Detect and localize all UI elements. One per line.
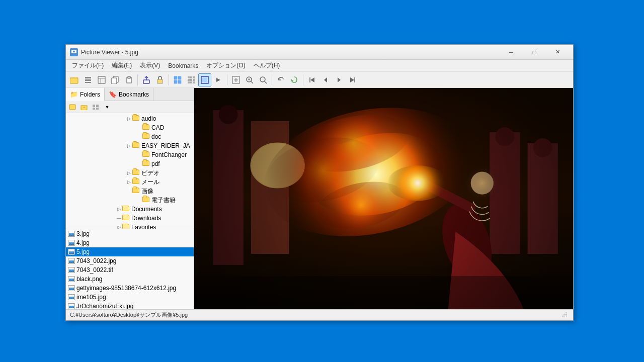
expander-images	[126, 189, 131, 194]
expander-easyrider: ▷	[126, 143, 131, 148]
tree-label-images: 画像	[141, 187, 153, 196]
tree-label-fontchanger: FontChanger	[151, 151, 187, 158]
image-display-panel	[194, 88, 573, 309]
tree-item-cad[interactable]: CAD	[66, 123, 194, 132]
svg-rect-39	[93, 108, 95, 110]
menu-options[interactable]: オプション(O)	[202, 60, 249, 71]
tree-item-favorites[interactable]: ▷ Favorites	[66, 223, 194, 229]
tree-item-easyrider[interactable]: ▷ EASY_RIDER_JA	[66, 141, 194, 150]
menu-view[interactable]: 表示(V)	[136, 60, 164, 71]
svg-rect-14	[143, 80, 149, 83]
bookmark-tab-icon: 🔖	[109, 90, 117, 98]
panel-view-btn[interactable]	[90, 102, 101, 112]
tb-fullscreen[interactable]	[198, 73, 211, 86]
file-name-5jpg: 5.jpg	[76, 248, 90, 255]
close-button[interactable]: ✕	[546, 45, 569, 60]
tree-item-images[interactable]: 画像	[66, 187, 194, 196]
tb-rotate-left[interactable]	[274, 73, 287, 86]
menu-help[interactable]: ヘルプ(H)	[250, 60, 284, 71]
file-name-blackpng: black.png	[76, 276, 102, 283]
svg-text:+: +	[83, 105, 86, 110]
tb-last[interactable]	[346, 73, 359, 86]
tb-prev[interactable]	[319, 73, 332, 86]
tb-lock[interactable]	[153, 73, 167, 86]
tb-next[interactable]	[333, 73, 346, 86]
tb-view-details[interactable]	[95, 73, 108, 86]
window-controls: ─ □ ✕	[500, 45, 569, 60]
file-item-5jpg[interactable]: 5.jpg	[66, 247, 194, 256]
window-title: Picture Viewer - 5.jpg	[81, 49, 500, 56]
file-icon-7043-tif	[68, 266, 75, 274]
file-item-3jpg[interactable]: 3.jpg	[66, 229, 194, 238]
tree-label-easyrider: EASY_RIDER_JA	[141, 142, 190, 149]
tb-open-folder[interactable]	[68, 73, 81, 86]
svg-rect-3	[70, 78, 78, 83]
tree-item-documents[interactable]: ▷ Documents	[66, 205, 194, 214]
main-window: Picture Viewer - 5.jpg ─ □ ✕ ファイル(F) 編集(…	[65, 44, 574, 321]
tree-item-pdf[interactable]: pdf	[66, 159, 194, 168]
panel-new-folder-btn[interactable]: +	[78, 102, 90, 112]
tb-paste[interactable]	[122, 73, 135, 86]
tree-label-downloads: Downloads	[131, 215, 161, 222]
tb-export[interactable]	[140, 73, 153, 86]
tree-item-mail[interactable]: ▷ メール	[66, 177, 194, 187]
tree-item-audio[interactable]: ▷ audio	[66, 114, 194, 123]
folder-icon-doc	[142, 133, 150, 140]
file-item-gettyimages[interactable]: gettyimages-985138674-612x612.jpg	[66, 284, 194, 293]
folder-icon-video	[132, 169, 140, 176]
tb-view-list[interactable]	[82, 73, 95, 86]
tree-item-video[interactable]: ▷ ビデオ	[66, 168, 194, 177]
resize-grip[interactable]	[561, 311, 569, 319]
panel-up-btn[interactable]	[67, 102, 78, 112]
menu-edit[interactable]: 編集(E)	[108, 60, 136, 71]
svg-rect-26	[188, 81, 190, 83]
file-item-7043-jpg[interactable]: 7043_0022.jpg	[66, 256, 194, 265]
expander-favorites: ▷	[116, 225, 121, 229]
minimize-button[interactable]: ─	[500, 45, 523, 60]
tree-item-doc[interactable]: doc	[66, 132, 194, 141]
expander-fontchanger	[136, 152, 141, 157]
tb-zoom-in[interactable]	[243, 73, 256, 86]
toolbar-separator-1	[137, 74, 138, 85]
svg-rect-13	[128, 76, 130, 78]
svg-rect-11	[112, 78, 117, 84]
left-panel: 📁 Folders 🔖 Bookmarks + ▼	[66, 88, 194, 309]
tb-copy[interactable]	[109, 73, 122, 86]
panel-view-dropdown[interactable]: ▼	[102, 102, 113, 112]
expander-pdf	[136, 161, 141, 166]
tree-item-ebooks[interactable]: 電子書籍	[66, 196, 194, 205]
file-item-4jpg[interactable]: 4.jpg	[66, 238, 194, 247]
file-name-4jpg: 4.jpg	[76, 239, 90, 246]
tb-zoom-fit[interactable]	[229, 73, 243, 86]
file-item-blackpng[interactable]: black.png	[66, 275, 194, 284]
tb-grid-small[interactable]	[171, 73, 184, 86]
svg-rect-24	[190, 79, 192, 81]
svg-rect-23	[188, 79, 190, 81]
folder-icon-audio	[132, 115, 140, 122]
file-item-ime105[interactable]: ime105.jpg	[66, 293, 194, 302]
file-name-3jpg: 3.jpg	[76, 230, 90, 237]
tb-zoom-out[interactable]	[257, 73, 270, 86]
tree-item-fontchanger[interactable]: FontChanger	[66, 150, 194, 159]
svg-rect-18	[174, 80, 177, 83]
tab-folders[interactable]: 📁 Folders	[66, 88, 105, 101]
menu-bar: ファイル(F) 編集(E) 表示(V) Bookmarks オプション(O) ヘ…	[66, 60, 573, 72]
folder-icon-downloads	[122, 215, 130, 222]
menu-bookmarks[interactable]: Bookmarks	[164, 60, 202, 71]
file-item-7043-tif[interactable]: 7043_0022.tif	[66, 265, 194, 275]
tb-arrow-right[interactable]	[212, 73, 225, 86]
svg-rect-40	[96, 108, 99, 110]
tab-bookmarks[interactable]: 🔖 Bookmarks	[105, 88, 153, 101]
maximize-button[interactable]: □	[523, 45, 546, 60]
tree-label-cad: CAD	[151, 124, 164, 131]
tb-refresh[interactable]	[288, 73, 301, 86]
menu-file[interactable]: ファイル(F)	[68, 60, 108, 71]
tree-label-favorites: Favorites	[131, 224, 156, 229]
tab-bookmarks-label: Bookmarks	[119, 91, 149, 98]
svg-rect-17	[178, 76, 181, 79]
expander-audio: ▷	[126, 116, 131, 121]
tree-item-downloads[interactable]: — Downloads	[66, 214, 194, 223]
file-item-jr[interactable]: JrOchanomizuEki.jpg	[66, 302, 194, 309]
tb-first[interactable]	[305, 73, 318, 86]
tb-grid-medium[interactable]	[185, 73, 198, 86]
